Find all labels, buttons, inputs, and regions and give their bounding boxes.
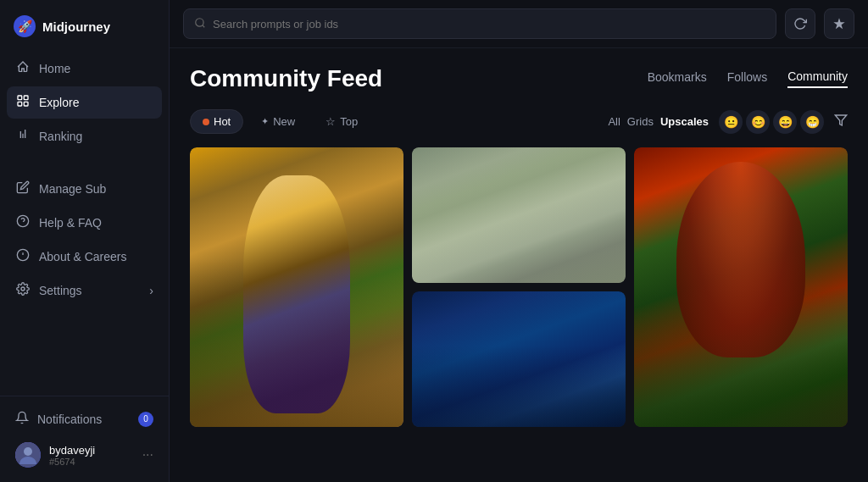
sidebar-item-ranking[interactable]: Ranking xyxy=(7,120,162,152)
filter-hot-label: Hot xyxy=(214,115,231,128)
search-icon xyxy=(194,17,206,31)
image-card-redhead[interactable] xyxy=(634,147,848,427)
svg-line-13 xyxy=(203,25,205,27)
content-header: Community Feed Bookmarks Follows Communi… xyxy=(190,65,848,92)
ranking-icon xyxy=(15,128,31,145)
notifications-icon xyxy=(15,411,29,427)
filter-tabs: Hot ✦ New ☆ Top xyxy=(190,109,370,134)
user-id: #5674 xyxy=(49,457,134,467)
explore-icon xyxy=(15,94,31,111)
content-area: Community Feed Bookmarks Follows Communi… xyxy=(170,48,868,482)
manage-sub-icon xyxy=(15,180,31,197)
page-title: Community Feed xyxy=(190,65,382,92)
svg-rect-3 xyxy=(24,102,28,106)
emoji-btn-3[interactable]: 😁 xyxy=(800,110,824,134)
settings-icon xyxy=(15,282,31,299)
sidebar-item-home[interactable]: Home xyxy=(7,53,162,85)
filter-icon[interactable] xyxy=(834,114,848,130)
search-input[interactable] xyxy=(213,18,765,30)
search-box[interactable] xyxy=(183,8,776,39)
image-card-rapunzel[interactable] xyxy=(190,147,403,427)
emoji-filter-row: 😐 😊 😄 😁 xyxy=(719,110,824,134)
svg-marker-14 xyxy=(835,115,846,125)
sidebar-item-manage-sub[interactable]: Manage Sub xyxy=(7,173,162,205)
emoji-btn-0[interactable]: 😐 xyxy=(719,110,743,134)
topbar xyxy=(170,0,868,48)
view-options: All Grids Upscales xyxy=(608,115,709,128)
sidebar-item-ranking-label: Ranking xyxy=(39,130,82,143)
avatar xyxy=(15,442,41,468)
new-icon: ✦ xyxy=(261,116,269,127)
sidebar-item-explore[interactable]: Explore xyxy=(7,86,162,119)
sidebar-item-settings[interactable]: Settings › xyxy=(7,274,162,307)
svg-point-9 xyxy=(21,287,25,291)
filter-new-label: New xyxy=(273,115,295,128)
settings-label: Settings xyxy=(39,284,82,297)
filter-hot[interactable]: Hot xyxy=(190,109,243,134)
help-icon xyxy=(15,214,31,231)
refresh-button[interactable] xyxy=(785,8,815,39)
filter-bar: Hot ✦ New ☆ Top All Grids Upscales xyxy=(190,109,848,134)
image-card-hiker[interactable] xyxy=(412,147,626,283)
notification-badge: 0 xyxy=(138,412,153,427)
filter-top-label: Top xyxy=(340,115,358,128)
sidebar-item-about-careers-label: About & Careers xyxy=(39,250,127,263)
main-content: Community Feed Bookmarks Follows Communi… xyxy=(170,0,868,482)
home-icon xyxy=(15,60,31,77)
svg-rect-1 xyxy=(24,96,28,100)
top-icon: ☆ xyxy=(326,115,336,128)
tab-bookmarks[interactable]: Bookmarks xyxy=(648,70,707,87)
sidebar-bottom: Notifications 0 bydaveyji #5674 ··· xyxy=(0,396,169,482)
svg-rect-0 xyxy=(18,96,22,100)
sidebar-item-home-label: Home xyxy=(39,62,70,75)
sidebar-item-help-faq-label: Help & FAQ xyxy=(39,216,102,230)
user-name: bydaveyji xyxy=(49,444,134,457)
image-card-mermaid[interactable] xyxy=(412,291,626,427)
filter-new[interactable]: ✦ New xyxy=(248,109,308,134)
svg-point-11 xyxy=(24,447,32,456)
logo-icon: 🚀 xyxy=(14,15,36,37)
sidebar-item-explore-label: Explore xyxy=(39,96,79,109)
view-all[interactable]: All xyxy=(608,115,620,128)
filter-right: All Grids Upscales 😐 😊 😄 😁 xyxy=(608,110,848,134)
sidebar-item-about-careers[interactable]: About & Careers xyxy=(7,241,162,273)
view-grids[interactable]: Grids xyxy=(627,115,654,128)
svg-point-12 xyxy=(196,18,203,25)
tab-community[interactable]: Community xyxy=(787,69,848,88)
sidebar-nav: Home Explore Ranking Manage Sub He xyxy=(0,49,169,396)
hot-dot xyxy=(203,119,209,125)
header-tabs: Bookmarks Follows Community xyxy=(648,69,848,88)
app-name: Midjourney xyxy=(42,19,110,34)
sidebar-item-manage-sub-label: Manage Sub xyxy=(39,182,106,196)
user-more-icon[interactable]: ··· xyxy=(142,447,153,463)
view-upscales[interactable]: Upscales xyxy=(660,115,709,128)
settings-chevron: › xyxy=(149,284,153,297)
filter-top[interactable]: ☆ Top xyxy=(313,109,370,134)
sidebar-item-help-faq[interactable]: Help & FAQ xyxy=(7,207,162,239)
emoji-btn-2[interactable]: 😄 xyxy=(773,110,797,134)
app-logo: 🚀 Midjourney xyxy=(0,0,169,49)
tab-follows[interactable]: Follows xyxy=(727,70,767,87)
sidebar: 🚀 Midjourney Home Explore Ranking xyxy=(0,0,170,482)
emoji-btn-1[interactable]: 😊 xyxy=(746,110,770,134)
image-grid xyxy=(190,147,848,427)
notifications-label: Notifications xyxy=(37,413,102,426)
about-icon xyxy=(15,248,31,265)
notifications-row[interactable]: Notifications 0 xyxy=(7,403,162,435)
svg-rect-2 xyxy=(18,102,22,106)
sparkle-button[interactable] xyxy=(824,8,854,39)
user-profile-row[interactable]: bydaveyji #5674 ··· xyxy=(7,435,162,475)
user-info: bydaveyji #5674 xyxy=(49,444,134,467)
